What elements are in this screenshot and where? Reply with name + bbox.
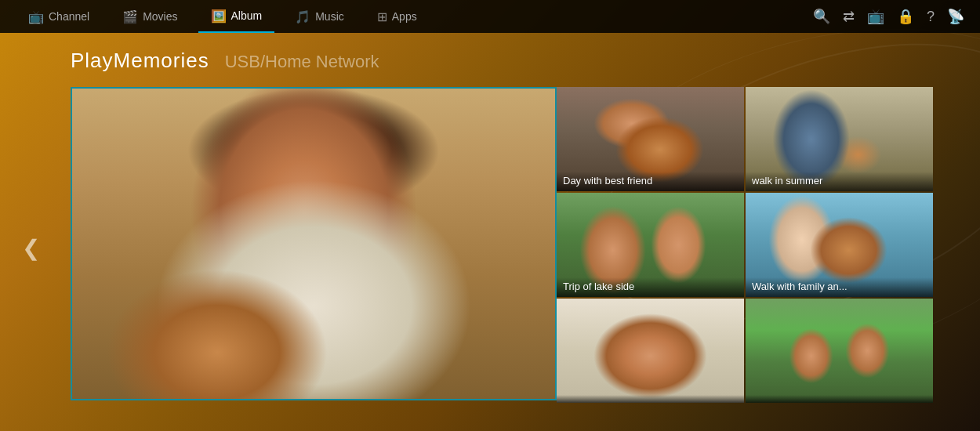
- input-icon[interactable]: ⇄: [843, 8, 855, 25]
- thumbnail-4[interactable]: Walk with family an...: [746, 193, 933, 297]
- movies-icon: 🎬: [122, 9, 138, 24]
- display-icon[interactable]: 📺: [867, 8, 884, 25]
- thumbnail-5[interactable]: [557, 299, 744, 403]
- thumbnail-2-label: walk in summer: [746, 172, 933, 191]
- thumbnail-5-label: [557, 395, 744, 403]
- nav-movies-label: Movies: [143, 10, 177, 23]
- help-icon[interactable]: ?: [927, 9, 935, 25]
- apps-icon: ⊞: [377, 9, 387, 24]
- nav-right-icons: 🔍 ⇄ 📺 🔒 ? 📡: [813, 8, 964, 25]
- main-featured-photo[interactable]: [71, 87, 557, 400]
- nav-apps[interactable]: ⊞ Apps: [365, 0, 430, 33]
- thumbnail-6[interactable]: [746, 299, 933, 403]
- album-icon: 🖼️: [211, 9, 227, 24]
- thumbnail-grid: Day with best friend walk in summer Trip…: [557, 87, 933, 403]
- page-title-secondary: USB/Home Network: [225, 52, 379, 72]
- page-title-primary: PlayMemories: [71, 49, 209, 73]
- nav-channel-label: Channel: [49, 10, 89, 23]
- thumbnail-2[interactable]: walk in summer: [746, 87, 933, 191]
- nav-music-label: Music: [315, 10, 344, 23]
- thumbnail-3-label: Trip of lake side: [557, 277, 744, 297]
- content-row: Day with best friend walk in summer Trip…: [71, 87, 933, 415]
- channel-icon: 📺: [28, 9, 44, 24]
- arrow-left-button[interactable]: ❮: [22, 235, 40, 261]
- music-icon: 🎵: [295, 9, 310, 24]
- nav-album[interactable]: 🖼️ Album: [198, 0, 275, 33]
- thumbnail-1[interactable]: Day with best friend: [557, 87, 744, 191]
- thumbnail-4-label: Walk with family an...: [746, 277, 933, 297]
- nav-apps-label: Apps: [392, 10, 417, 23]
- nav-album-label: Album: [231, 9, 263, 22]
- page-title-row: PlayMemories USB/Home Network: [71, 49, 933, 73]
- thumbnail-6-label: [746, 395, 933, 403]
- search-icon[interactable]: 🔍: [813, 8, 830, 25]
- nav-movies[interactable]: 🎬 Movies: [110, 0, 190, 33]
- navbar: 📺 Channel 🎬 Movies 🖼️ Album 🎵 Music ⊞ Ap…: [0, 0, 980, 33]
- network-icon[interactable]: 📡: [947, 8, 964, 25]
- settings-icon[interactable]: 🔒: [897, 8, 914, 25]
- main-photo-image: [72, 89, 555, 399]
- nav-music[interactable]: 🎵 Music: [282, 0, 357, 33]
- main-content: PlayMemories USB/Home Network ❮ Day with…: [0, 33, 980, 431]
- thumbnail-1-label: Day with best friend: [557, 172, 744, 191]
- nav-channel[interactable]: 📺 Channel: [16, 0, 102, 33]
- thumbnail-3[interactable]: Trip of lake side: [557, 193, 744, 297]
